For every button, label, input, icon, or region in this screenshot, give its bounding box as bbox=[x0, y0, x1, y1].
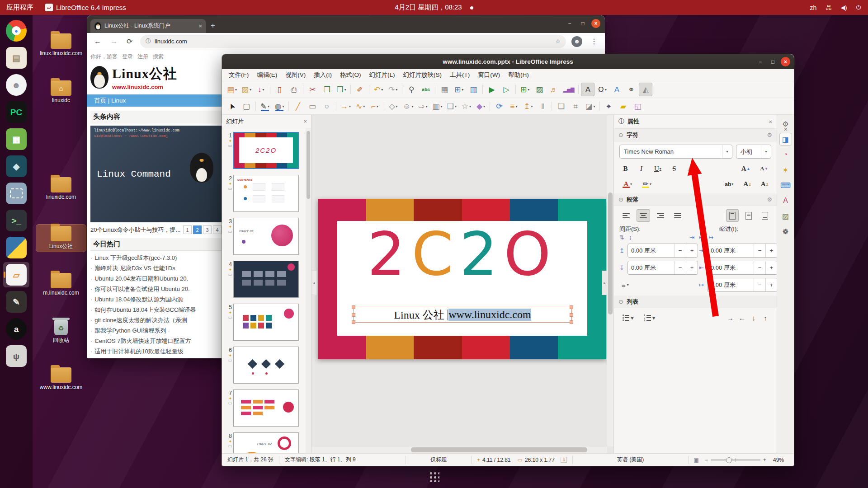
menu-item[interactable]: 编辑(E) bbox=[253, 70, 281, 80]
reload-button[interactable]: ⟳ bbox=[124, 37, 135, 46]
toolbar-button[interactable]: ○ bbox=[320, 99, 334, 113]
sidebar-tab[interactable]: ✶ bbox=[779, 164, 792, 176]
list-arrow-button[interactable]: ← bbox=[736, 312, 748, 324]
bullet-list-button[interactable]: ▾ bbox=[619, 311, 637, 324]
dropdown-caret-icon[interactable]: ▾ bbox=[594, 104, 595, 108]
toolbar-button[interactable]: ╱ bbox=[291, 99, 305, 113]
indent-first-line-icon[interactable]: ↦ bbox=[708, 234, 713, 241]
horizontal-scrollbar[interactable] bbox=[311, 446, 607, 453]
selection-handle[interactable] bbox=[352, 305, 355, 309]
slide-thumbnail-row[interactable]: 3✦▭ PART 01 bbox=[224, 218, 305, 255]
toolbar-button[interactable]: ▂▅▇ bbox=[561, 83, 576, 96]
volume-icon[interactable]: ◀) bbox=[840, 4, 847, 11]
toolbar-button[interactable]: ⚭ bbox=[624, 83, 638, 96]
dock-item[interactable]: ψ bbox=[3, 343, 29, 369]
font-color-button[interactable]: A▾ bbox=[619, 178, 635, 190]
spacing-icon-2[interactable]: ↨ bbox=[629, 234, 632, 241]
slide-thumbnail[interactable]: 2C2O bbox=[233, 132, 299, 169]
hot-article-item[interactable]: ·Ubuntu 18.04修改默认源为国内源 bbox=[90, 294, 222, 305]
slide-title-textbox[interactable]: Linux 公社 www.linuxidc.com bbox=[353, 307, 572, 323]
dropdown-caret-icon[interactable]: ▾ bbox=[426, 104, 428, 108]
toolbar-button[interactable]: ⌗ bbox=[569, 99, 582, 113]
dropdown-caret-icon[interactable]: ▾ bbox=[381, 88, 383, 92]
zoom-percent[interactable]: 49% bbox=[769, 457, 784, 463]
font-name-combobox[interactable]: Times New Roman ▾ bbox=[619, 145, 732, 159]
menu-item[interactable]: 幻灯片放映(S) bbox=[399, 70, 446, 80]
slide-thumbnail-row[interactable]: 7✦▭ bbox=[224, 389, 305, 427]
toolbar-button[interactable]: ⟳ bbox=[492, 99, 506, 113]
dropdown-caret-icon[interactable]: ▾ bbox=[377, 104, 378, 108]
toolbar-button[interactable]: ↷ ▾ bbox=[386, 83, 400, 96]
browser-minimize-button[interactable]: − bbox=[565, 19, 574, 28]
underline-button[interactable]: U▾ bbox=[651, 163, 665, 175]
slide-thumbnail[interactable] bbox=[233, 261, 299, 298]
page-button[interactable]: 2 bbox=[193, 225, 202, 234]
toolbar-button[interactable]: ↓ ▾ bbox=[254, 83, 268, 96]
dropdown-caret-icon[interactable]: ▾ bbox=[282, 104, 284, 108]
toolbar-button[interactable]: ✐ bbox=[353, 83, 367, 96]
impress-maximize-button[interactable]: □ bbox=[768, 57, 778, 66]
menu-item[interactable]: 文件(F) bbox=[225, 70, 253, 80]
toolbar-button[interactable]: ♬ bbox=[547, 83, 561, 96]
slide-canvas[interactable]: 2C2O Linux 公社 www.linuxidc.com ◂ ▸ bbox=[311, 115, 613, 453]
line-spacing-button[interactable]: ≡▾ bbox=[618, 279, 632, 291]
dock-item[interactable]: a bbox=[3, 316, 29, 342]
toolbar-button[interactable]: ◱ bbox=[631, 99, 645, 113]
decrement-button[interactable]: − bbox=[754, 278, 765, 291]
clock[interactable]: 4月2日 星期四，08:23 bbox=[395, 3, 462, 11]
indent-after-icon[interactable]: ⇤ bbox=[699, 234, 704, 241]
toolbar-button[interactable]: ⚲ bbox=[405, 83, 418, 96]
hot-article-item[interactable]: ·巅峰对决 尼康D3x VS 佳能1Ds bbox=[90, 263, 222, 273]
power-icon[interactable]: ⏻ bbox=[856, 4, 861, 11]
selection-handle[interactable] bbox=[352, 320, 355, 324]
dock-item[interactable]: ☻ bbox=[3, 72, 29, 98]
toolbar-button[interactable]: ◪ ▾ bbox=[583, 99, 597, 113]
selection-handle[interactable] bbox=[570, 305, 573, 309]
zoom-in-icon[interactable]: + bbox=[763, 457, 766, 463]
desktop-icon[interactable]: ⌂ ♻ linux.linuxidc.com bbox=[36, 32, 86, 58]
bookmark-star-icon[interactable]: ☆ bbox=[555, 38, 561, 45]
close-document-icon[interactable]: × bbox=[784, 126, 788, 133]
decrement-button[interactable]: − bbox=[674, 244, 686, 257]
address-bar[interactable]: ⓘ linuxidc.com ☆ bbox=[140, 35, 566, 48]
menu-item[interactable]: 窗口(W) bbox=[474, 70, 504, 80]
hot-article-item[interactable]: ·你可以可以准备尝试使用 Ubuntu 20. bbox=[90, 284, 222, 294]
dropdown-caret-icon[interactable]: ▾ bbox=[344, 88, 346, 92]
toolbar-button[interactable]: ↶ ▾ bbox=[372, 83, 385, 96]
menu-item[interactable]: 视图(V) bbox=[281, 70, 310, 80]
sidebar-tab[interactable]: ◔ bbox=[779, 148, 792, 161]
page-button[interactable]: 1 bbox=[183, 225, 192, 234]
zoom-slider-handle[interactable] bbox=[726, 457, 732, 463]
menu-item[interactable]: 幻灯片(L) bbox=[365, 70, 399, 80]
increment-button[interactable]: + bbox=[765, 278, 777, 291]
toolbar-button[interactable]: ⊞ ▾ bbox=[518, 83, 532, 96]
toolbar-button[interactable]: ☺ ▾ bbox=[401, 99, 415, 113]
dropdown-caret-icon[interactable]: ▾ bbox=[483, 104, 485, 108]
desktop-icon[interactable]: ⌂ ♻ www.linuxidc.com bbox=[36, 366, 86, 392]
zoom-out-icon[interactable]: − bbox=[705, 457, 708, 463]
desktop-icon[interactable]: ⌂ ♻ linuxidc bbox=[36, 79, 86, 105]
toolbar-button[interactable]: ▷ bbox=[500, 83, 513, 96]
network-icon[interactable]: 品 bbox=[826, 4, 831, 12]
toolbar-button[interactable]: ⎙ bbox=[287, 83, 301, 96]
font-name-dropdown-icon[interactable]: ▾ bbox=[722, 145, 732, 158]
increment-button[interactable]: + bbox=[686, 261, 698, 274]
hot-article-item[interactable]: ·Ubuntu 20.04发布日期和Ubuntu 20. bbox=[90, 273, 222, 284]
dropdown-caret-icon[interactable]: ▾ bbox=[469, 104, 471, 108]
sidebar-tab[interactable]: ▨ bbox=[779, 210, 792, 222]
italic-button[interactable]: I bbox=[635, 163, 647, 175]
dropdown-caret-icon[interactable]: ▾ bbox=[363, 104, 365, 108]
toolbar-button[interactable]: ⌐ ▾ bbox=[368, 99, 382, 113]
dropdown-caret-icon[interactable]: ▾ bbox=[262, 88, 264, 92]
selection-handle[interactable] bbox=[570, 313, 573, 317]
headline-caption[interactable]: 20个Linux命令小贴士与技巧，提... bbox=[90, 226, 183, 234]
indent-before-icon[interactable]: ⇥ bbox=[689, 234, 694, 241]
increment-button[interactable]: + bbox=[765, 261, 777, 274]
toolbar-button[interactable]: ⊞ ▾ bbox=[452, 83, 466, 96]
desktop-icon[interactable]: ⌂ ♻ 回收站 bbox=[36, 319, 86, 346]
toolbar-button[interactable]: ▰ bbox=[617, 99, 630, 113]
impress-minimize-button[interactable]: − bbox=[755, 57, 765, 66]
sidebar-tab[interactable]: ☸ bbox=[779, 225, 792, 238]
increment-button[interactable]: + bbox=[765, 244, 777, 257]
decrement-button[interactable]: − bbox=[754, 244, 765, 257]
